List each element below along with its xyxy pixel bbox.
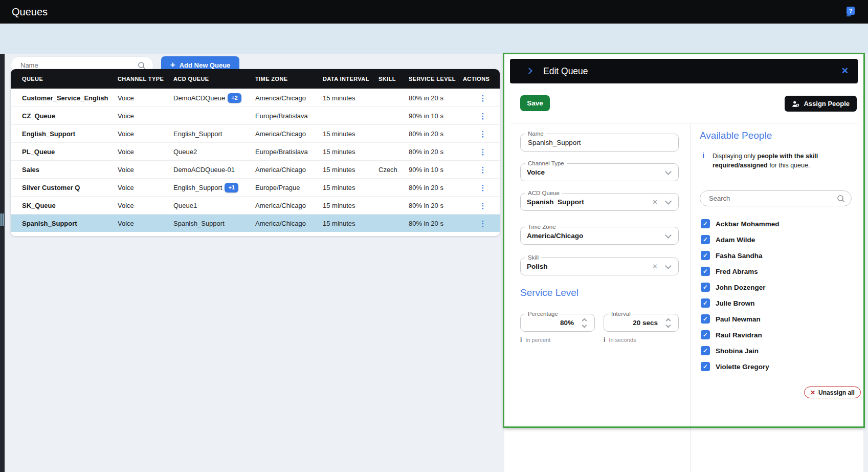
person-row[interactable]: ✓Fasha Sandha	[701, 251, 854, 260]
person-name: John Dozenger	[716, 284, 766, 291]
clear-icon[interactable]: ✕	[652, 258, 658, 275]
person-row[interactable]: ✓Fred Abrams	[701, 267, 854, 276]
row-actions-button[interactable]: ⋮	[478, 197, 488, 214]
unassign-all-button[interactable]: ✕ Unassign all	[804, 387, 861, 398]
cell-channel-type: Voice	[118, 89, 134, 107]
edit-queue-panel: Edit Queue ✕ Save Assign People Name Cha…	[504, 54, 863, 472]
cell-channel-type: Voice	[118, 214, 134, 232]
chevron-down-icon[interactable]	[665, 198, 672, 205]
person-checkbox[interactable]: ✓	[701, 346, 710, 355]
person-checkbox[interactable]: ✓	[701, 283, 710, 292]
chevron-down-icon[interactable]	[665, 263, 672, 269]
cell-data-interval: 15 minutes	[323, 125, 355, 143]
cell-queue: English_Support	[22, 125, 75, 143]
cell-data-interval: 15 minutes	[323, 143, 355, 161]
person-checkbox[interactable]: ✓	[701, 219, 710, 228]
stepper-arrows-icon[interactable]	[582, 317, 588, 329]
column-header: ACD QUEUE	[173, 69, 209, 89]
channel-type-select[interactable]: Channel Type Voice	[520, 163, 679, 181]
table-row[interactable]: English_SupportVoiceEnglish_SupportAmeri…	[11, 124, 500, 142]
assign-people-button[interactable]: Assign People	[785, 96, 857, 112]
info-icon: i	[520, 336, 522, 344]
person-checkbox[interactable]: ✓	[701, 330, 710, 339]
person-row[interactable]: ✓Ackbar Mohammed	[701, 219, 854, 228]
queues-table: QUEUECHANNEL TYPEACD QUEUETIME ZONEDATA …	[11, 69, 500, 236]
cell-acd-queue: DemoACDQueue+2	[173, 89, 241, 107]
person-row[interactable]: ✓Julie Brown	[701, 298, 854, 308]
table-row[interactable]: Silver Customer QVoiceEnglish_Support+1E…	[11, 178, 500, 196]
time-zone-select[interactable]: Time Zone America/Chicago	[520, 227, 679, 245]
table-row[interactable]: PL_QueueVoiceQueue2Europe/Bratislava15 m…	[11, 142, 500, 160]
table-row[interactable]: Spanish_SupportVoiceSpanish_SupportAmeri…	[11, 214, 500, 232]
save-button[interactable]: Save	[520, 95, 550, 111]
person-row[interactable]: ✓John Dozenger	[701, 283, 854, 292]
help-icon[interactable]: ?	[847, 7, 855, 15]
people-search-input[interactable]	[708, 191, 831, 206]
cell-acd-queue: English_Support	[173, 125, 222, 143]
cell-channel-type: Voice	[118, 143, 134, 161]
acd-count-badge[interactable]: +1	[225, 183, 238, 192]
table-row[interactable]: SalesVoiceDemoACDQueue-01America/Chicago…	[11, 160, 500, 178]
panel-title: Edit Queue	[543, 59, 588, 83]
row-actions-button[interactable]: ⋮	[478, 179, 488, 197]
table-row[interactable]: CZ_QueueVoiceEurope/Bratislava90% in 10 …	[11, 106, 500, 124]
person-checkbox[interactable]: ✓	[701, 251, 710, 260]
percent-hint: iIn percent	[520, 336, 550, 344]
acd-count-badge[interactable]: +2	[228, 93, 241, 103]
person-checkbox[interactable]: ✓	[701, 267, 710, 276]
person-checkbox[interactable]: ✓	[701, 235, 710, 244]
person-row[interactable]: ✓Raul Ravidran	[701, 330, 854, 339]
skill-select[interactable]: Skill Polish ✕	[520, 258, 679, 275]
cell-queue: Spanish_Support	[22, 214, 77, 232]
cell-channel-type: Voice	[118, 179, 134, 197]
person-row[interactable]: ✓Violette Gregory	[701, 362, 854, 371]
row-actions-button[interactable]: ⋮	[478, 161, 488, 179]
percentage-stepper: Percentage 80%	[520, 314, 595, 332]
cell-queue: Sales	[22, 161, 39, 179]
name-input[interactable]	[527, 134, 665, 151]
queue-table-body: Customer_Service_EnglishVoiceDemoACDQueu…	[11, 89, 500, 232]
cell-time-zone: Europe/Bratislava	[255, 107, 308, 125]
cell-service-level: 80% in 20 s	[409, 214, 443, 232]
chevron-down-icon[interactable]	[665, 168, 672, 175]
percentage-value[interactable]: 80%	[560, 314, 574, 331]
row-actions-button[interactable]: ⋮	[478, 89, 488, 107]
panel-resize-handle[interactable]	[1, 213, 4, 226]
person-row[interactable]: ✓Adam Wilde	[701, 235, 854, 244]
search-icon	[138, 61, 146, 70]
close-icon[interactable]: ✕	[841, 59, 849, 83]
chevron-down-icon[interactable]	[665, 232, 672, 239]
collapse-chevron-icon[interactable]	[526, 68, 532, 74]
cell-data-interval: 15 minutes	[323, 179, 355, 197]
cell-queue: SK_Queue	[22, 197, 56, 214]
row-actions-button[interactable]: ⋮	[478, 125, 488, 143]
cell-channel-type: Voice	[118, 107, 134, 125]
person-checkbox[interactable]: ✓	[701, 314, 710, 324]
person-checkbox[interactable]: ✓	[701, 362, 710, 371]
table-row[interactable]: SK_QueueVoiceQueue1America/Chicago15 min…	[11, 196, 500, 214]
row-actions-button[interactable]: ⋮	[478, 107, 488, 125]
row-actions-button[interactable]: ⋮	[478, 143, 488, 161]
cell-channel-type: Voice	[118, 197, 134, 214]
column-header: DATA INTERVAL	[323, 69, 369, 89]
assign-people-label: Assign People	[804, 100, 850, 108]
acd-queue-select[interactable]: ACD Queue Spanish_Support ✕	[520, 193, 679, 211]
side-rail	[0, 54, 5, 472]
person-checkbox[interactable]: ✓	[701, 298, 710, 308]
clear-icon[interactable]: ✕	[652, 194, 658, 210]
toolbar: + Add New Queue Filters	[0, 24, 868, 54]
table-row[interactable]: Customer_Service_EnglishVoiceDemoACDQueu…	[11, 89, 500, 106]
person-name: Raul Ravidran	[716, 331, 762, 339]
person-name: Fred Abrams	[716, 268, 758, 275]
stepper-arrows-icon[interactable]	[666, 317, 672, 329]
person-row[interactable]: ✓Shobina Jain	[701, 346, 854, 355]
person-name: Paul Newman	[716, 315, 761, 323]
column-header: TIME ZONE	[255, 69, 288, 89]
column-header: SERVICE LEVEL	[409, 69, 456, 89]
cell-acd-queue: Queue1	[173, 197, 197, 214]
row-actions-button[interactable]: ⋮	[478, 214, 488, 232]
cell-time-zone: America/Chicago	[255, 214, 306, 232]
acd-queue-value: Spanish_Support	[527, 194, 584, 210]
interval-value[interactable]: 20 secs	[633, 314, 658, 331]
person-row[interactable]: ✓Paul Newman	[701, 314, 854, 324]
